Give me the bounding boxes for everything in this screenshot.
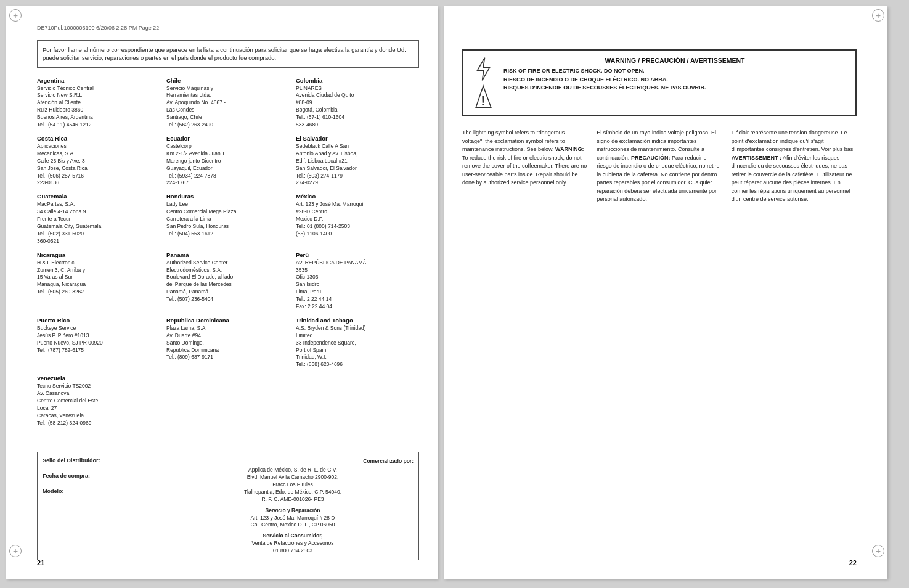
left-page: DE710Pub1000003100 6/20/06 2:28 PM Page … bbox=[6, 6, 438, 579]
country-section: MéxicoArt. 123 y José Ma. Marroquí #28-D… bbox=[296, 193, 419, 245]
desc-col: El símbolo de un rayo indica voltaje pel… bbox=[597, 129, 722, 204]
country-detail: Art. 123 y José Ma. Marroquí #28-D Centr… bbox=[296, 201, 419, 237]
country-name: Ecuador bbox=[166, 135, 290, 142]
modelo-row: Modelo: bbox=[43, 488, 166, 494]
svg-marker-0 bbox=[478, 58, 490, 81]
warning-line1: RISK OF FIRE OR ELECTRIC SHOCK. DO NOT O… bbox=[503, 67, 846, 76]
page-num-left: 21 bbox=[37, 559, 44, 566]
comercial-title: Comercializado por: bbox=[172, 457, 414, 465]
country-name: Argentina bbox=[37, 77, 160, 84]
warning-line2: RIESGO DE INCENDIO O DE CHOQUE ELÉCTRICO… bbox=[503, 76, 846, 84]
country-section: El SalvadorSedeblack Calle A San Antonio… bbox=[296, 135, 419, 187]
country-name: Honduras bbox=[166, 193, 290, 200]
warning-lines: RISK OF FIRE OR ELECTRIC SHOCK. DO NOT O… bbox=[503, 67, 846, 92]
reg-mark-br bbox=[872, 545, 884, 557]
desc-body: L'éclair représente une tension dangereu… bbox=[732, 129, 855, 152]
description-grid: The lightning symbol refers to "dangerou… bbox=[462, 129, 857, 204]
desc-col: The lightning symbol refers to "dangerou… bbox=[462, 129, 587, 204]
sello-label: Sello del Distribuidor: bbox=[43, 457, 100, 463]
doc-header: DE710Pub1000003100 6/20/06 2:28 PM Page … bbox=[37, 25, 419, 31]
country-section: Puerto RicoBuckeye Service Jesús P. Piñe… bbox=[37, 317, 160, 369]
country-detail: Aplicaciones Mecanicas, S.A. Calle 26 Bi… bbox=[37, 143, 160, 187]
sello-row: Sello del Distribuidor: bbox=[43, 457, 166, 463]
country-section: HondurasLady Lee Centro Comercial Mega P… bbox=[166, 193, 290, 245]
warning-title: WARNING / PRECAUCIÓN / AVERTISSEMENT bbox=[503, 57, 846, 64]
desc-warning-body: Para reducir el riesgo de incendio o de … bbox=[597, 155, 719, 203]
country-grid: ArgentinaServicio Técnico Central Servic… bbox=[37, 77, 419, 433]
bottom-section: Sello del Distribuidor: Fecha de compra:… bbox=[37, 452, 419, 560]
country-section: Republica DominicanaPlaza Lama, S.A. Av.… bbox=[166, 317, 290, 369]
country-section: VenezuelaTecno Servicio TS2002 Av. Casan… bbox=[37, 375, 160, 427]
country-name: Perú bbox=[296, 251, 419, 258]
country-section: ColombiaPLINARES Avenida Ciudad de Quito… bbox=[296, 77, 419, 129]
country-detail: MacPartes, S.A. 34 Calle 4-14 Zona 9 Fre… bbox=[37, 201, 160, 245]
sello-box: Sello del Distribuidor: Fecha de compra:… bbox=[43, 457, 166, 555]
country-section: EcuadorCastelcorp Km 2-1/2 Avenida Juan … bbox=[166, 135, 290, 187]
country-detail: Buckeye Service Jesús P. Piñero #1013 Pu… bbox=[37, 325, 160, 354]
fecha-row: Fecha de compra: bbox=[43, 473, 166, 479]
modelo-label: Modelo: bbox=[43, 488, 64, 494]
intro-text: Por favor llame al número correspondient… bbox=[37, 40, 419, 68]
reg-mark-tl bbox=[9, 9, 22, 22]
country-detail: A.S. Bryden & Sons (Trinidad) Limited 33… bbox=[296, 325, 419, 369]
country-detail: PLINARES Avenida Ciudad de Quito #88-09 … bbox=[296, 85, 419, 129]
country-name: Colombia bbox=[296, 77, 419, 84]
country-detail: H & L Electronic Zumen 3, C. Arriba y 15… bbox=[37, 259, 160, 296]
country-detail: Lady Lee Centro Comercial Mega Plaza Car… bbox=[166, 201, 290, 237]
country-section: NicaraguaH & L Electronic Zumen 3, C. Ar… bbox=[37, 251, 160, 311]
lightning-icon bbox=[473, 57, 494, 81]
country-name: Republica Dominicana bbox=[166, 317, 290, 324]
country-detail: AV. REPÚBLICA DE PANAMÁ 3535 Ofic 1303 S… bbox=[296, 259, 419, 311]
country-section: ArgentinaServicio Técnico Central Servic… bbox=[37, 77, 160, 129]
country-name: Chile bbox=[166, 77, 290, 84]
desc-warning-label: WARNING: bbox=[555, 146, 584, 152]
country-detail: Tecno Servicio TS2002 Av. Casanova Centr… bbox=[37, 383, 160, 427]
country-name: Nicaragua bbox=[37, 251, 160, 258]
country-name: Venezuela bbox=[37, 375, 160, 382]
country-detail: Sedeblack Calle A San Antonio Abad y Av.… bbox=[296, 143, 419, 187]
desc-warning-body: Afin d'éviter les risques d'incendie ou … bbox=[732, 155, 852, 203]
desc-body: The lightning symbol refers to "dangerou… bbox=[462, 129, 565, 152]
servicio-cons-title: Servicio al Consumidor, bbox=[172, 532, 414, 540]
country-name: México bbox=[296, 193, 419, 200]
country-detail: Servicio Técnico Central Servicio New S.… bbox=[37, 85, 160, 129]
reg-mark-tr bbox=[872, 9, 884, 22]
country-detail: Castelcorp Km 2-1/2 Avenida Juan T. Mare… bbox=[166, 143, 290, 187]
country-section: Trinidad and TobagoA.S. Bryden & Sons (T… bbox=[296, 317, 419, 369]
country-detail: Plaza Lama, S.A. Av. Duarte #94 Santo Do… bbox=[166, 325, 290, 361]
right-page: ! WARNING / PRECAUCIÓN / AVERTISSEMENT R… bbox=[444, 6, 887, 579]
desc-warning-label: AVERTISSEMENT : bbox=[732, 155, 781, 161]
country-section: PanamáAuthorized Service Center Electrod… bbox=[166, 251, 290, 311]
desc-warning-label: PRECAUCIÓN: bbox=[631, 155, 671, 161]
comercial-body: Applica de México, S. de R. L. de C.V. B… bbox=[172, 467, 414, 503]
country-section: PerúAV. REPÚBLICA DE PANAMÁ 3535 Ofic 13… bbox=[296, 251, 419, 311]
desc-warning-body: To reduce the risk of fire or electric s… bbox=[462, 155, 587, 186]
desc-col: L'éclair représente une tension dangereu… bbox=[732, 129, 857, 204]
fecha-label: Fecha de compra: bbox=[43, 473, 90, 479]
country-section: ChileServicio Máquinas y Herramientas Lt… bbox=[166, 77, 290, 129]
country-name: Costa Rica bbox=[37, 135, 160, 142]
page-wrapper: DE710Pub1000003100 6/20/06 2:28 PM Page … bbox=[6, 6, 903, 579]
exclamation-icon: ! bbox=[473, 84, 494, 109]
warning-text-block: WARNING / PRECAUCIÓN / AVERTISSEMENT RIS… bbox=[503, 57, 846, 92]
servicio-cons-body: Venta de Refacciones y Accesorios 01 800… bbox=[172, 540, 414, 555]
warning-icons: ! bbox=[473, 57, 494, 109]
country-detail: Authorized Service Center Electrodomésti… bbox=[166, 259, 290, 303]
comercial-box: Comercializado por: Applica de México, S… bbox=[172, 457, 414, 555]
country-name: El Salvador bbox=[296, 135, 419, 142]
svg-text:!: ! bbox=[481, 93, 485, 108]
country-detail: Servicio Máquinas y Herramientas Ltda. A… bbox=[166, 85, 290, 129]
country-name: Trinidad and Tobago bbox=[296, 317, 419, 324]
reg-mark-bl bbox=[9, 545, 22, 557]
servicio-rep-body: Art. 123 y José Ma. Marroquí # 28 D Col.… bbox=[172, 515, 414, 529]
warning-header: ! WARNING / PRECAUCIÓN / AVERTISSEMENT R… bbox=[462, 49, 857, 116]
country-name: Puerto Rico bbox=[37, 317, 160, 324]
warning-line3: RISQUES D'INCENDIE OU DE SECOUSSES ÉLECT… bbox=[503, 84, 846, 92]
country-section: Costa RicaAplicaciones Mecanicas, S.A. C… bbox=[37, 135, 160, 187]
country-section: GuatemalaMacPartes, S.A. 34 Calle 4-14 Z… bbox=[37, 193, 160, 245]
page-num-right: 22 bbox=[849, 559, 857, 566]
country-name: Guatemala bbox=[37, 193, 160, 200]
country-name: Panamá bbox=[166, 251, 290, 258]
servicio-rep-title: Servicio y Reparación bbox=[172, 507, 414, 515]
